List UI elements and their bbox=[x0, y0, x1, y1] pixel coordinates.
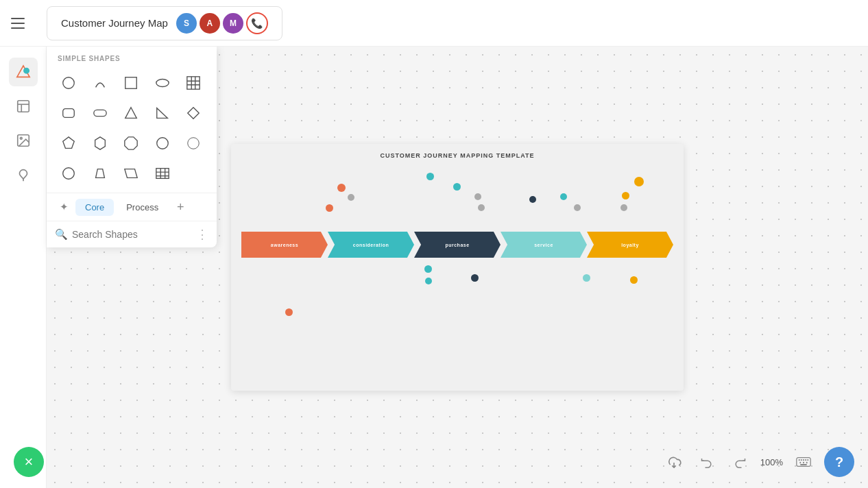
shapes-section-header: SIMPLE SHAPES bbox=[47, 47, 217, 66]
svg-point-6 bbox=[20, 137, 22, 139]
dot-3rd-party bbox=[478, 204, 485, 211]
menu-button[interactable] bbox=[11, 11, 36, 36]
title-area: Customer Journey Map S A M 📞 bbox=[47, 6, 282, 40]
stage-loyalty: loyalty bbox=[587, 232, 673, 258]
svg-point-26 bbox=[63, 168, 75, 180]
shape-parallelogram[interactable] bbox=[117, 160, 145, 187]
svg-point-10 bbox=[156, 80, 169, 87]
shape-hexagon[interactable] bbox=[86, 130, 114, 157]
shape-table[interactable] bbox=[149, 160, 176, 187]
sidebar-item-image[interactable] bbox=[9, 126, 38, 155]
svg-marker-18 bbox=[125, 108, 137, 119]
avatar-1: A bbox=[200, 13, 220, 34]
svg-marker-27 bbox=[95, 169, 104, 178]
search-input[interactable] bbox=[72, 229, 192, 240]
dot-callcenter bbox=[583, 274, 590, 282]
dot-blog2 bbox=[620, 204, 627, 211]
avatar-s: S bbox=[176, 13, 197, 34]
svg-point-24 bbox=[157, 138, 169, 149]
dot-landing-page bbox=[453, 183, 461, 191]
shape-octagon[interactable] bbox=[117, 130, 145, 157]
svg-rect-2 bbox=[17, 101, 29, 112]
shape-grid[interactable] bbox=[180, 69, 207, 97]
svg-marker-23 bbox=[125, 137, 137, 149]
shape-circle-4[interactable] bbox=[55, 160, 82, 187]
shape-circle[interactable] bbox=[55, 69, 82, 97]
topbar: Customer Journey Map S A M 📞 bbox=[0, 0, 868, 47]
dot-newsletter bbox=[634, 177, 644, 186]
shape-arc[interactable] bbox=[86, 69, 114, 97]
svg-marker-22 bbox=[95, 137, 105, 149]
dot-viral-email bbox=[348, 194, 354, 201]
sidebar-item-frame[interactable] bbox=[9, 92, 38, 121]
dot-pr bbox=[285, 308, 293, 316]
search-row: 🔍 ⋮ bbox=[47, 221, 217, 247]
stage-service: service bbox=[501, 232, 587, 258]
dot-blog bbox=[474, 193, 481, 200]
dot-mobile bbox=[560, 193, 567, 200]
collaborators-list: S A M 📞 bbox=[176, 12, 268, 34]
shape-library-tabs: ✦ Core Process + bbox=[47, 193, 217, 221]
dot-imchat bbox=[574, 204, 581, 211]
svg-marker-19 bbox=[157, 108, 168, 119]
close-fab-button[interactable]: × bbox=[14, 447, 44, 477]
keyboard-shortcut-button[interactable] bbox=[791, 450, 816, 474]
left-sidebar bbox=[0, 47, 47, 488]
svg-rect-17 bbox=[93, 110, 106, 116]
svg-rect-29 bbox=[156, 169, 169, 179]
svg-point-25 bbox=[188, 138, 200, 149]
shape-diamond[interactable] bbox=[180, 99, 207, 127]
shape-circle-2[interactable] bbox=[149, 130, 176, 157]
dot-below-1 bbox=[424, 265, 432, 273]
add-tab-button[interactable]: + bbox=[171, 197, 190, 217]
shape-stadium[interactable] bbox=[86, 99, 114, 127]
stage-purchase: purchase bbox=[414, 232, 501, 258]
dot-email bbox=[622, 192, 629, 199]
sidebar-item-shapes[interactable] bbox=[9, 58, 38, 86]
redo-button[interactable] bbox=[727, 450, 752, 474]
shape-triangle[interactable] bbox=[117, 99, 145, 127]
svg-marker-28 bbox=[125, 169, 137, 178]
dot-promotion bbox=[630, 276, 638, 284]
search-icon: 🔍 bbox=[55, 228, 68, 241]
bottombar: 100% ? bbox=[662, 447, 854, 477]
tab-core[interactable]: Core bbox=[75, 199, 114, 216]
svg-rect-16 bbox=[63, 109, 75, 118]
dot-online-ads bbox=[326, 204, 333, 212]
shape-rounded-rect[interactable] bbox=[55, 99, 82, 127]
shapes-grid bbox=[47, 66, 217, 193]
shape-pentagon[interactable] bbox=[55, 130, 82, 157]
shape-circle-3[interactable] bbox=[180, 130, 207, 157]
shapes-panel: SIMPLE SHAPES bbox=[47, 47, 217, 247]
document-title: Customer Journey Map bbox=[61, 17, 168, 29]
undo-button[interactable] bbox=[695, 450, 719, 474]
dot-below-3 bbox=[425, 278, 432, 284]
dot-website bbox=[529, 196, 536, 203]
diagram-card: CUSTOMER JOURNEY MAPPING TEMPLATE awar bbox=[231, 144, 684, 391]
dot-digital-billboard bbox=[337, 184, 346, 192]
call-button[interactable]: 📞 bbox=[246, 12, 268, 34]
shape-square[interactable] bbox=[117, 69, 145, 97]
svg-marker-21 bbox=[63, 137, 75, 149]
shape-ellipse[interactable] bbox=[149, 69, 176, 97]
shape-trapezoid[interactable] bbox=[86, 160, 114, 187]
svg-marker-20 bbox=[188, 108, 200, 119]
zoom-level: 100% bbox=[760, 457, 783, 467]
svg-rect-9 bbox=[125, 77, 137, 89]
svg-rect-11 bbox=[187, 77, 200, 89]
diagram-title: CUSTOMER JOURNEY MAPPING TEMPLATE bbox=[231, 152, 684, 159]
avatar-2: M bbox=[223, 13, 243, 34]
more-options-button[interactable]: ⋮ bbox=[196, 227, 208, 242]
tab-process[interactable]: Process bbox=[117, 199, 168, 216]
cloud-save-button[interactable] bbox=[662, 450, 686, 474]
dot-search bbox=[426, 173, 434, 180]
dot-below-2 bbox=[471, 274, 479, 282]
stage-awareness: awareness bbox=[241, 232, 328, 258]
help-button[interactable]: ? bbox=[824, 447, 854, 477]
star-icon: ✦ bbox=[55, 198, 73, 216]
stage-consideration: consideration bbox=[328, 232, 414, 258]
sidebar-item-draw[interactable] bbox=[9, 160, 38, 189]
svg-point-8 bbox=[63, 77, 75, 89]
shape-right-triangle[interactable] bbox=[149, 99, 176, 127]
journey-stages: awareness consideration purchase service… bbox=[241, 232, 673, 258]
